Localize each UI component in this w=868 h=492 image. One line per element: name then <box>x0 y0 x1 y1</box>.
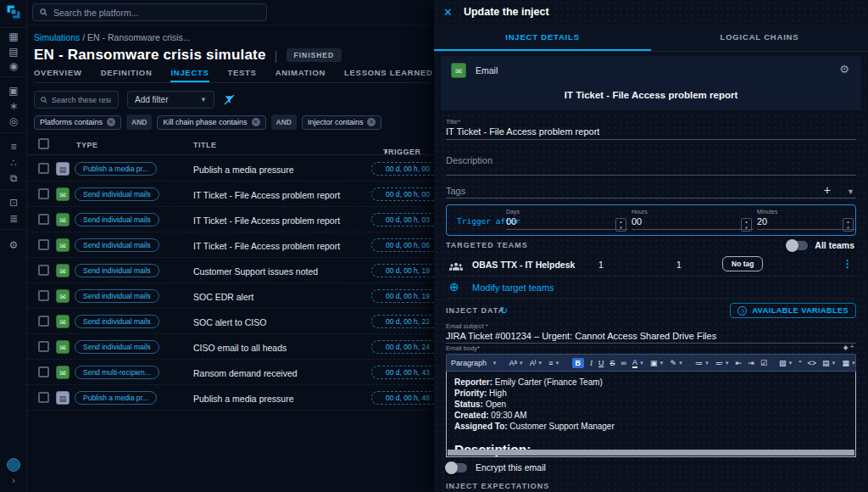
trigger-days-value[interactable]: 00 <box>506 216 628 230</box>
trigger-minutes-field[interactable]: Minutes 20 ▴▾ <box>757 209 855 230</box>
filter-chip-kill-chain-phase[interactable]: Kill chain phase contains ✕ <box>157 115 265 130</box>
description-field-label[interactable]: Description <box>446 155 492 165</box>
paragraph-style-dropdown[interactable]: Paragraph ▼ <box>451 359 498 367</box>
app-logo[interactable] <box>5 3 22 24</box>
results-search-input[interactable] <box>52 96 111 104</box>
table-row[interactable]: ▤ Publish a media pr... Publish a media … <box>27 385 476 411</box>
close-icon[interactable]: ✕ <box>443 6 453 19</box>
user-avatar[interactable] <box>7 458 20 472</box>
bold-button[interactable]: B <box>572 358 585 368</box>
remove-filter-icon[interactable]: ✕ <box>107 118 115 126</box>
title-field-value[interactable]: IT Ticket - File Access problem report <box>446 126 599 137</box>
editor-horizontal-scrollbar[interactable] <box>448 450 854 456</box>
code-block-dropdown[interactable]: ▤▼ <box>822 359 836 367</box>
available-variables-button[interactable]: ? AVAILABLE VARIABLES <box>730 303 856 318</box>
expand-sidebar-chevron-icon[interactable]: › <box>0 475 27 485</box>
row-checkbox[interactable] <box>38 316 49 327</box>
tab-injects[interactable]: INJECTS <box>170 68 209 82</box>
minutes-stepper[interactable]: ▴▾ <box>843 218 854 232</box>
row-checkbox[interactable] <box>38 214 49 225</box>
filter-chip-platforms[interactable]: Platforms contains ✕ <box>34 115 121 130</box>
sidebar-item-findings-icon[interactable]: ◉ <box>0 60 27 72</box>
link-icon[interactable]: ∞ <box>621 359 626 367</box>
font-family-dropdown[interactable]: Aᵃ▼ <box>509 359 524 367</box>
email-body-content[interactable]: Reporter: Emily Carter (Finance Team) Pr… <box>446 372 856 457</box>
sidebar-item-reports-icon[interactable]: ▤ <box>0 46 27 58</box>
encrypt-email-toggle[interactable] <box>446 463 467 472</box>
tab-inject-details[interactable]: INJECT DETAILS <box>434 24 651 51</box>
refresh-icon[interactable]: ↻ <box>500 305 508 316</box>
todo-list-button[interactable]: ☑ <box>760 359 767 367</box>
results-search[interactable] <box>34 91 119 109</box>
column-header-type[interactable]: TYPE <box>76 141 98 149</box>
all-teams-toggle[interactable] <box>787 241 808 250</box>
blockquote-button[interactable]: “ <box>798 359 801 367</box>
sidebar-item-integrations-icon[interactable]: ⊡ <box>0 197 27 209</box>
add-tag-icon[interactable]: + <box>824 183 831 197</box>
table-row[interactable]: ✉ Send individual mails IT Ticket - File… <box>27 232 476 258</box>
email-subject-value[interactable]: JIRA Ticket #001234 – Urgent: Cannot Acc… <box>446 331 716 341</box>
row-checkbox[interactable] <box>38 188 49 199</box>
remove-filter-icon[interactable]: ✕ <box>252 118 260 126</box>
sidebar-item-settings-icon[interactable]: ⚙ <box>0 239 27 251</box>
ai-sparkle-icon[interactable]: ✦⁺ <box>842 343 854 354</box>
inline-code-button[interactable]: <> <box>807 359 816 367</box>
chevron-down-icon[interactable]: ▼ <box>847 187 854 196</box>
select-all-checkbox[interactable] <box>38 138 49 149</box>
table-row[interactable]: ▤ Publish a media pr... Publish a media … <box>27 156 476 182</box>
trigger-hours-field[interactable]: Hours 00 ▴▾ <box>632 209 754 230</box>
underline-button[interactable]: U <box>598 359 604 367</box>
tab-animation[interactable]: ANIMATION <box>275 68 326 82</box>
filter-operator[interactable]: AND <box>126 115 152 130</box>
global-search[interactable] <box>32 3 267 21</box>
column-header-title[interactable]: TITLE <box>193 141 217 149</box>
row-checkbox[interactable] <box>38 265 49 276</box>
background-color-dropdown[interactable]: ▣▼ <box>650 359 664 367</box>
tags-field-label[interactable]: Tags <box>446 186 465 196</box>
global-search-input[interactable] <box>53 8 260 18</box>
table-row[interactable]: ✉ Send individual mails IT Ticket - File… <box>27 207 476 232</box>
tab-logical-chains[interactable]: LOGICAL CHAINS <box>651 24 868 51</box>
team-row[interactable]: OBAS TTX - IT Helpdesk 1 1 No tag ⋮ <box>446 254 856 277</box>
insert-image-dropdown[interactable]: ▧▼ <box>779 359 793 367</box>
indent-button[interactable]: ⇥ <box>748 359 754 367</box>
table-row[interactable]: ✉ Send individual mails CISO email to al… <box>27 334 476 360</box>
insert-table-dropdown[interactable]: ▦▼ <box>842 359 855 367</box>
remove-filter-icon[interactable]: ✕ <box>367 118 376 126</box>
filter-chip-injector[interactable]: Injector contains ✕ <box>302 115 382 130</box>
row-checkbox[interactable] <box>38 392 49 403</box>
sidebar-item-teams-icon[interactable]: ∴ <box>0 157 27 169</box>
row-checkbox[interactable] <box>38 163 49 174</box>
row-checkbox[interactable] <box>38 239 49 250</box>
modify-target-teams-button[interactable]: ⊕ Modify target teams <box>446 277 856 299</box>
sidebar-item-dashboard-icon[interactable]: ▦ <box>0 31 27 42</box>
tab-definition[interactable]: DEFINITION <box>101 68 153 82</box>
bulleted-list-dropdown[interactable]: ≔▼ <box>695 359 709 367</box>
inject-config-gear-icon[interactable]: ⚙ <box>839 63 849 75</box>
sidebar-item-atomic-testing-icon[interactable]: ∗ <box>0 100 27 112</box>
row-checkbox[interactable] <box>38 366 49 377</box>
tab-tests[interactable]: TESTS <box>228 68 257 82</box>
font-color-dropdown[interactable]: A▼ <box>632 358 644 368</box>
strikethrough-button[interactable]: S <box>610 359 615 367</box>
team-menu-icon[interactable]: ⋮ <box>843 258 853 270</box>
row-checkbox[interactable] <box>38 341 49 352</box>
trigger-hours-value[interactable]: 00 <box>632 216 754 230</box>
sidebar-item-assets-icon[interactable]: ≡ <box>0 141 27 153</box>
breadcrumb-simulations-link[interactable]: Simulations <box>34 32 80 42</box>
trigger-minutes-value[interactable]: 20 <box>757 216 855 230</box>
tab-overview[interactable]: OVERVIEW <box>34 68 82 82</box>
filter-operator[interactable]: AND <box>271 115 297 130</box>
highlight-pen-dropdown[interactable]: ✎▼ <box>670 359 683 367</box>
sidebar-item-scenarios-icon[interactable]: ◎ <box>0 115 27 127</box>
table-row[interactable]: ✉ Send individual mails SOC alert to CIS… <box>27 309 476 334</box>
days-stepper[interactable]: ▴▾ <box>615 218 626 232</box>
table-row[interactable]: ✉ Send individual mails IT Ticket - File… <box>27 182 476 207</box>
outdent-button[interactable]: ⇤ <box>736 359 743 367</box>
add-filter-select[interactable]: Add filter ▼ <box>127 91 214 109</box>
sidebar-item-data-icon[interactable]: ≣ <box>0 213 27 225</box>
numbered-list-dropdown[interactable]: ≕▼ <box>715 359 730 367</box>
tab-lessons-learned[interactable]: LESSONS LEARNED <box>344 68 432 82</box>
sidebar-item-simulations-icon[interactable]: ▣ <box>0 85 27 97</box>
hours-stepper[interactable]: ▴▾ <box>741 218 752 232</box>
